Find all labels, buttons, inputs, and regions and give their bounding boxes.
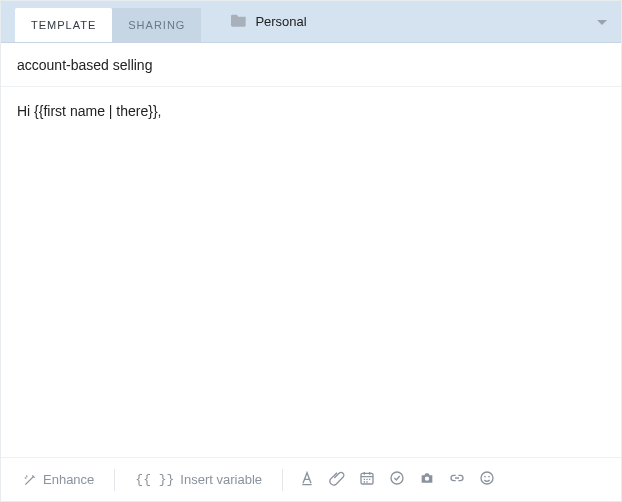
tab-list: TEMPLATE SHARING <box>15 1 201 42</box>
link-button[interactable] <box>445 468 469 492</box>
subject-input[interactable] <box>17 57 605 73</box>
body-editor[interactable]: Hi {{first name | there}}, <box>1 87 621 457</box>
insert-variable-label: Insert variable <box>180 472 262 487</box>
chevron-down-icon <box>597 14 607 29</box>
tab-sharing[interactable]: SHARING <box>112 8 201 42</box>
wand-icon <box>23 473 37 487</box>
task-button[interactable] <box>385 468 409 492</box>
subject-row <box>1 43 621 87</box>
check-circle-icon <box>389 470 405 489</box>
folder-icon <box>231 13 247 30</box>
divider <box>114 469 115 491</box>
insert-variable-button[interactable]: {{ }} Insert variable <box>127 468 270 491</box>
variable-glyph: {{ }} <box>135 472 174 487</box>
text-format-icon <box>299 470 315 489</box>
enhance-label: Enhance <box>43 472 94 487</box>
camera-icon <box>419 470 435 489</box>
folder-selector[interactable]: Personal <box>231 1 621 42</box>
link-icon <box>448 470 466 489</box>
bottom-toolbar: Enhance {{ }} Insert variable <box>1 457 621 501</box>
body-text: Hi {{first name | there}}, <box>17 103 605 119</box>
divider <box>282 469 283 491</box>
calendar-icon <box>359 470 375 489</box>
meeting-button[interactable] <box>355 468 379 492</box>
attachment-button[interactable] <box>325 468 349 492</box>
svg-point-1 <box>391 472 403 484</box>
svg-point-3 <box>481 472 493 484</box>
svg-point-5 <box>488 476 490 478</box>
top-bar: TEMPLATE SHARING Personal <box>1 1 621 43</box>
text-format-button[interactable] <box>295 468 319 492</box>
paperclip-icon <box>329 470 345 489</box>
image-button[interactable] <box>415 468 439 492</box>
emoji-button[interactable] <box>475 468 499 492</box>
svg-point-2 <box>425 477 429 481</box>
enhance-button[interactable]: Enhance <box>15 468 102 491</box>
svg-point-4 <box>484 476 486 478</box>
folder-name: Personal <box>255 14 306 29</box>
tab-template[interactable]: TEMPLATE <box>15 8 112 42</box>
emoji-icon <box>479 470 495 489</box>
template-editor: TEMPLATE SHARING Personal Hi {{first nam… <box>0 0 622 502</box>
